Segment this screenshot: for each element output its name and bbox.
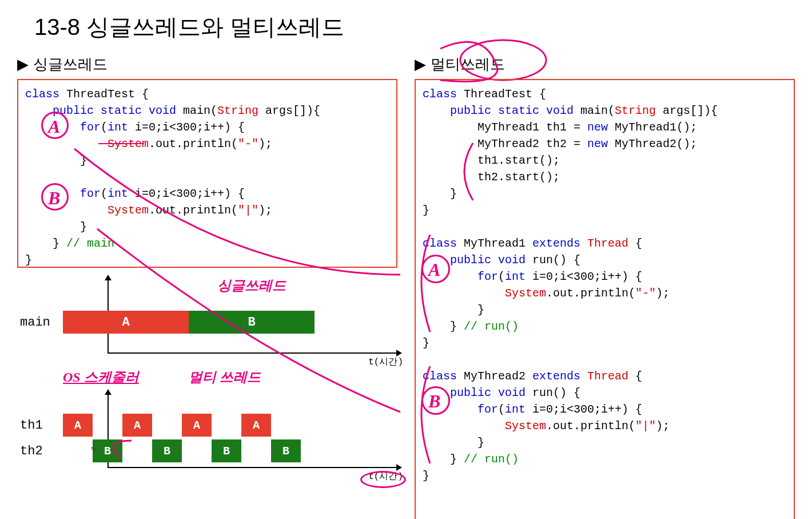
t: } <box>423 469 429 482</box>
block-b2: B <box>152 439 182 462</box>
block-a-single: A <box>63 311 189 334</box>
block-a1: A <box>63 414 93 437</box>
hand-circle-xlabel <box>360 471 406 488</box>
kw: "-" <box>635 287 656 300</box>
row-label-main: main <box>20 315 50 330</box>
page-title: 13-8 싱글쓰레드와 멀티쓰레드 <box>34 11 795 43</box>
t: run() { <box>526 386 580 399</box>
kw: int <box>108 187 128 200</box>
hand-circle-multi-heading <box>446 31 560 83</box>
t: args[]){ <box>258 104 320 117</box>
t: { <box>628 370 642 383</box>
t: .out.println( <box>546 419 635 433</box>
t: } <box>423 187 457 200</box>
left-subheading: ▶ 싱글쓰레드 <box>17 54 397 74</box>
hand-label-b: B <box>48 185 60 211</box>
block-b1: B <box>93 439 122 462</box>
kw: int <box>505 270 526 283</box>
chart-single: main A B t(시간) <box>17 279 397 365</box>
kw: int <box>108 121 128 134</box>
hand-os-label: OS 스케줄러 <box>63 368 139 386</box>
t: } <box>423 204 429 217</box>
left-heading-text: 싱글쓰레드 <box>33 54 108 74</box>
hand-label-b-right: B <box>428 388 440 414</box>
t: ( <box>101 187 108 200</box>
block-a2: A <box>122 414 152 437</box>
code-box-multi: class ThreadTest { public static void ma… <box>415 79 795 519</box>
t: .out.println( <box>149 204 238 217</box>
triangle-icon: ▶ <box>415 56 426 73</box>
t: main( <box>574 104 615 117</box>
block-a3: A <box>182 414 212 437</box>
kw: System <box>25 204 149 217</box>
kw: "|" <box>238 204 258 217</box>
t: ); <box>656 419 670 433</box>
kw: class <box>25 88 59 101</box>
kw: "|" <box>635 419 656 433</box>
t: th1.start(); <box>423 154 560 167</box>
left-column: ▶ 싱글쓰레드 class ThreadTest { public static… <box>17 54 397 519</box>
hand-multi-label: 멀티 쓰레드 <box>189 368 261 386</box>
t: ( <box>498 403 505 416</box>
kw: Thread <box>580 370 628 383</box>
t: MyThread2 <box>457 370 532 383</box>
t: i=0;i<300;i++) { <box>526 270 642 283</box>
code-box-single: class ThreadTest { public static void ma… <box>17 79 397 268</box>
t: ThreadTest { <box>59 88 149 101</box>
kw: class <box>423 237 457 250</box>
kw: System <box>423 419 546 433</box>
kw: extends <box>532 370 580 383</box>
kw: extends <box>532 237 580 250</box>
t: } <box>25 253 32 267</box>
kw: public static void <box>423 104 574 117</box>
t: ( <box>101 121 108 134</box>
kw: class <box>423 370 457 383</box>
kw: System <box>423 287 546 300</box>
row-label-th2: th2 <box>20 444 43 458</box>
t: ); <box>258 137 272 150</box>
kw: class <box>423 88 457 101</box>
kw: String <box>615 104 656 117</box>
right-subheading: ▶ 멀티쓰레드 <box>415 54 795 74</box>
charts-area: 싱글쓰레드 main A B t(시간) OS 스케줄러 멀티 쓰레드 <box>17 279 397 480</box>
kw: new <box>587 137 608 150</box>
t: MyThread2 th2 = <box>423 137 587 150</box>
t: main( <box>176 104 217 117</box>
cmt: // main <box>66 237 114 250</box>
kw: "-" <box>238 137 258 150</box>
t: ); <box>656 287 670 300</box>
t: } <box>423 436 484 449</box>
t: i=0;i<300;i++) { <box>128 187 245 200</box>
kw: new <box>587 121 608 134</box>
row-label-th1: th1 <box>20 418 43 433</box>
t: ); <box>258 204 272 217</box>
t: } <box>423 303 484 316</box>
t: i=0;i<300;i++) { <box>526 403 642 416</box>
t: run() { <box>526 253 580 267</box>
kw: int <box>505 403 526 416</box>
strike-line <box>98 143 144 144</box>
t: } <box>25 237 66 250</box>
pointer-icon: ✎ <box>91 444 95 454</box>
t: .out.println( <box>149 137 238 150</box>
chart-multi: th1 A A A A th2 ✎ B B <box>17 394 397 480</box>
svg-point-0 <box>460 40 546 80</box>
t: } <box>423 336 429 350</box>
hand-label-a: A <box>48 113 60 140</box>
t: ( <box>498 270 505 283</box>
hand-label-a-right: A <box>428 256 440 283</box>
t: th2.start(); <box>423 171 560 184</box>
t: i=0;i<300;i++) { <box>128 121 245 134</box>
block-b4: B <box>271 439 301 462</box>
x-axis-2 <box>108 467 397 468</box>
cmt: // run() <box>464 320 519 333</box>
t: } <box>423 453 464 466</box>
t: .out.println( <box>546 287 635 300</box>
cmt: // run() <box>464 453 519 466</box>
block-b3: B <box>212 439 241 462</box>
t: } <box>25 154 87 167</box>
t: } <box>423 320 464 333</box>
t: args[]){ <box>656 104 718 117</box>
block-a4: A <box>241 414 271 437</box>
t: MyThread2(); <box>608 137 697 150</box>
